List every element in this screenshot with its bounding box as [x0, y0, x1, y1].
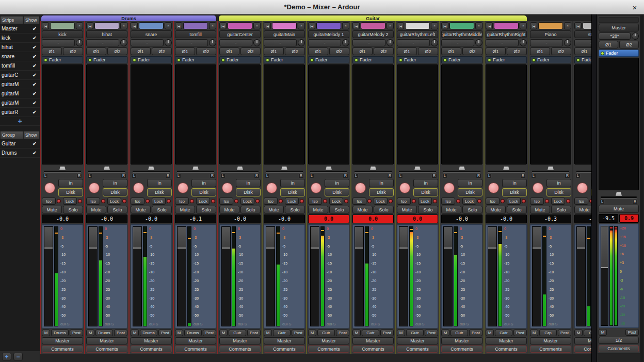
- output-button[interactable]: Master: [486, 337, 527, 344]
- monitor-input-button[interactable]: In: [58, 179, 83, 187]
- record-enable-button[interactable]: [488, 183, 499, 193]
- master-meter-point-button[interactable]: Post: [625, 329, 639, 336]
- group-assign-button[interactable]: Drums: [95, 330, 113, 336]
- record-enable-button[interactable]: [133, 183, 144, 193]
- meter-point-button[interactable]: Post: [247, 330, 261, 336]
- trim-knob[interactable]: [298, 39, 305, 46]
- solo-iso-button[interactable]: Iso: [530, 198, 544, 205]
- solo-lock-button[interactable]: Lock: [551, 198, 565, 205]
- phase-invert-2-button[interactable]: Ø2: [285, 47, 305, 55]
- strip-name-button[interactable]: guitarRhythmRight: [486, 30, 527, 38]
- pan-handle[interactable]: [459, 167, 465, 170]
- scroll-to-strip-button[interactable]: |◀: [219, 22, 227, 29]
- scroll-to-strip-button[interactable]: |◀: [486, 22, 493, 29]
- solo-button[interactable]: Solo: [551, 206, 571, 213]
- solo-button[interactable]: Solo: [462, 206, 482, 213]
- solo-lock-button[interactable]: Lock: [329, 198, 343, 205]
- fader-slider[interactable]: [532, 226, 541, 326]
- list-item-checkmark[interactable]: ✔: [31, 44, 38, 50]
- list-item-checkmark[interactable]: ✔: [31, 54, 38, 59]
- pan-control[interactable]: L R: [397, 166, 438, 178]
- phase-invert-1-button[interactable]: Ø1: [264, 47, 284, 55]
- meter-point-button[interactable]: Post: [336, 330, 349, 336]
- scroll-to-strip-button[interactable]: |◀: [42, 22, 49, 29]
- strip-close-icon[interactable]: ×: [120, 22, 127, 29]
- strip-name-button[interactable]: guitarMelody 2: [352, 30, 394, 38]
- master-fader-processor-entry[interactable]: Fader: [599, 50, 639, 57]
- solo-button[interactable]: Solo: [418, 206, 438, 213]
- pan-handle[interactable]: [548, 167, 554, 170]
- pan-handle[interactable]: [59, 167, 66, 170]
- phase-invert-1-button[interactable]: Ø1: [486, 47, 506, 55]
- monitor-input-button[interactable]: In: [236, 179, 261, 187]
- vertical-scrollbar[interactable]: [591, 14, 597, 362]
- fader-slider[interactable]: [488, 226, 497, 326]
- pan-handle[interactable]: [281, 167, 287, 170]
- list-item[interactable]: Guitar ✔: [0, 139, 40, 149]
- phase-invert-2-button[interactable]: Ø2: [152, 47, 172, 55]
- master-send-button[interactable]: M: [175, 330, 183, 336]
- gain-display[interactable]: -0.0: [264, 215, 305, 223]
- phase-invert-2-button[interactable]: Ø2: [240, 47, 261, 55]
- fader-slider[interactable]: [221, 226, 231, 326]
- strip-color-bar[interactable]: [361, 22, 385, 29]
- phase-invert-1-button[interactable]: Ø1: [131, 47, 151, 55]
- phase-invert-1-button[interactable]: Ø1: [530, 47, 550, 55]
- gain-display[interactable]: 0.0: [352, 215, 394, 223]
- list-item[interactable]: Master ✔: [0, 24, 40, 34]
- pan-handle[interactable]: [148, 167, 154, 170]
- group-assign-button[interactable]: Drums: [184, 330, 202, 336]
- monitor-disk-button[interactable]: Disk: [546, 188, 571, 196]
- fader-processor-entry[interactable]: Fader: [131, 56, 172, 63]
- trim-knob[interactable]: [342, 39, 349, 46]
- master-send-button[interactable]: M: [486, 330, 494, 336]
- fader-processor-entry[interactable]: Fader: [397, 56, 438, 63]
- pan-control[interactable]: L R: [530, 166, 571, 178]
- monitor-input-button[interactable]: In: [546, 179, 571, 187]
- strip-color-bar[interactable]: [316, 22, 341, 29]
- master-send-button[interactable]: M: [308, 330, 316, 336]
- strip-close-icon[interactable]: ×: [298, 22, 305, 29]
- processor-box[interactable]: [219, 64, 261, 164]
- master-comments-button[interactable]: Comments: [599, 345, 639, 352]
- monitor-disk-button[interactable]: Disk: [58, 188, 83, 196]
- strip-name-button[interactable]: guitarMain: [264, 30, 305, 38]
- strip-name-button[interactable]: kick: [42, 30, 83, 38]
- fader-slider[interactable]: [88, 226, 98, 326]
- monitor-disk-button[interactable]: Disk: [236, 188, 261, 196]
- solo-lock-button[interactable]: Lock: [240, 198, 254, 205]
- mute-button[interactable]: Mute: [264, 206, 284, 213]
- phase-invert-2-button[interactable]: Ø2: [107, 47, 127, 55]
- mute-button[interactable]: Mute: [175, 206, 195, 213]
- strip-color-bar[interactable]: [228, 22, 252, 29]
- strip-close-icon[interactable]: ×: [520, 22, 527, 29]
- fader-slider[interactable]: [266, 226, 275, 326]
- monitor-disk-button[interactable]: Disk: [191, 188, 216, 196]
- processor-box[interactable]: [175, 64, 216, 164]
- phase-invert-1-button[interactable]: Ø1: [308, 47, 328, 55]
- comments-button[interactable]: Comments: [574, 345, 591, 353]
- record-enable-button[interactable]: [399, 183, 410, 193]
- processor-box[interactable]: [486, 64, 527, 164]
- comments-button[interactable]: Comments: [219, 345, 261, 353]
- strip-name-button[interactable]: guitarMelody 1: [308, 30, 349, 38]
- phase-invert-2-button[interactable]: Ø2: [329, 47, 349, 55]
- list-item-checkmark[interactable]: ✔: [31, 63, 38, 69]
- comments-button[interactable]: Comments: [175, 345, 216, 353]
- gain-display[interactable]: -0.0: [131, 215, 172, 223]
- meter-point-button[interactable]: Post: [292, 330, 305, 336]
- group-assign-button[interactable]: Gutr: [450, 330, 468, 336]
- strip-close-icon[interactable]: ×: [209, 22, 216, 29]
- phase-invert-1-button[interactable]: Ø1: [175, 47, 195, 55]
- output-button[interactable]: Master: [175, 337, 216, 344]
- fader-slider[interactable]: [355, 226, 364, 326]
- master-send-button[interactable]: M: [352, 330, 361, 336]
- phase-invert-1-button[interactable]: Ø1: [574, 47, 591, 55]
- master-send-button[interactable]: M: [530, 330, 538, 336]
- solo-lock-button[interactable]: Lock: [462, 198, 476, 205]
- input-button[interactable]: -: [441, 39, 474, 46]
- fader-processor-entry[interactable]: Fader: [441, 56, 482, 63]
- strip-color-bar[interactable]: [449, 22, 474, 29]
- gain-display[interactable]: -0.0: [441, 215, 482, 223]
- monitor-input-button[interactable]: In: [369, 179, 394, 187]
